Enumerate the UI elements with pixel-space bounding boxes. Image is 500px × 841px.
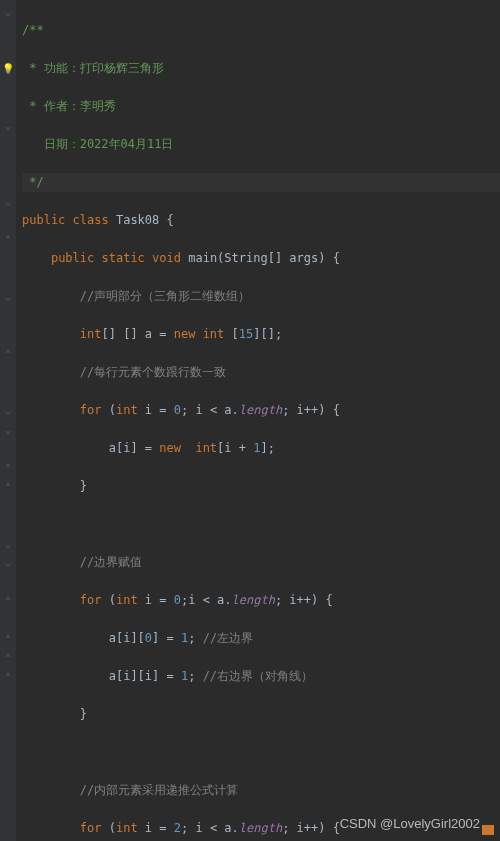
- gutter: ⌄ 💡 ⌄ ⌄ ⌃ ⌄ ⌃ ⌄ ⌄ ⌃ ⌃ ⌄ ⌄ ⌃ ⌃ ⌃ ⌃: [0, 0, 16, 841]
- fold-icon[interactable]: ⌄: [0, 192, 16, 211]
- fold-close-icon[interactable]: ⌃: [0, 477, 16, 496]
- code-line: //每行元素个数跟行数一致: [22, 363, 500, 382]
- fold-close-icon[interactable]: ⌃: [0, 344, 16, 363]
- watermark-badge-icon: [482, 825, 494, 835]
- code-line: * 功能：打印杨辉三角形: [22, 59, 500, 78]
- code-line: //声明部分（三角形二维数组）: [22, 287, 500, 306]
- code-line: //内部元素采用递推公式计算: [22, 781, 500, 800]
- code-line: public static void main(String[] args) {: [22, 249, 500, 268]
- code-line: a[i] = new int[i + 1];: [22, 439, 500, 458]
- code-line: */: [22, 173, 500, 192]
- code-line: }: [22, 705, 500, 724]
- fold-close-icon[interactable]: ⌃: [0, 591, 16, 610]
- bulb-icon[interactable]: 💡: [0, 59, 16, 78]
- fold-close-icon[interactable]: ⌃: [0, 458, 16, 477]
- fold-close-icon[interactable]: ⌃: [0, 629, 16, 648]
- code-line: a[i][i] = 1; //右边界（对角线）: [22, 667, 500, 686]
- fold-close-icon[interactable]: ⌃: [0, 230, 16, 249]
- fold-close-icon[interactable]: ⌃: [0, 648, 16, 667]
- code-line: 日期：2022年04月11日: [22, 135, 500, 154]
- fold-icon[interactable]: ⌄: [0, 2, 16, 21]
- code-line: * 作者：李明秀: [22, 97, 500, 116]
- code-line: a[i][0] = 1; //左边界: [22, 629, 500, 648]
- fold-icon[interactable]: ⌄: [0, 287, 16, 306]
- code-line: }: [22, 477, 500, 496]
- watermark: CSDN @LovelyGirl2002: [340, 814, 480, 833]
- fold-icon[interactable]: ⌄: [0, 553, 16, 572]
- code-line: //边界赋值: [22, 553, 500, 572]
- fold-icon[interactable]: ⌄: [0, 116, 16, 135]
- code-line: [22, 743, 500, 762]
- code-line: /**: [22, 21, 500, 40]
- code-editor: ⌄ 💡 ⌄ ⌄ ⌃ ⌄ ⌃ ⌄ ⌄ ⌃ ⌃ ⌄ ⌄ ⌃ ⌃ ⌃ ⌃: [0, 0, 500, 841]
- fold-close-icon[interactable]: ⌃: [0, 667, 16, 686]
- code-line: for (int i = 0; i < a.length; i++) {: [22, 401, 500, 420]
- fold-icon[interactable]: ⌄: [0, 534, 16, 553]
- fold-icon[interactable]: ⌄: [0, 401, 16, 420]
- code-line: for (int i = 0;i < a.length; i++) {: [22, 591, 500, 610]
- code-area[interactable]: /** * 功能：打印杨辉三角形 * 作者：李明秀 日期：2022年04月11日…: [16, 0, 500, 841]
- fold-icon[interactable]: ⌄: [0, 420, 16, 439]
- code-line: [22, 515, 500, 534]
- code-line: public class Task08 {: [22, 211, 500, 230]
- code-line: int[] [] a = new int [15][];: [22, 325, 500, 344]
